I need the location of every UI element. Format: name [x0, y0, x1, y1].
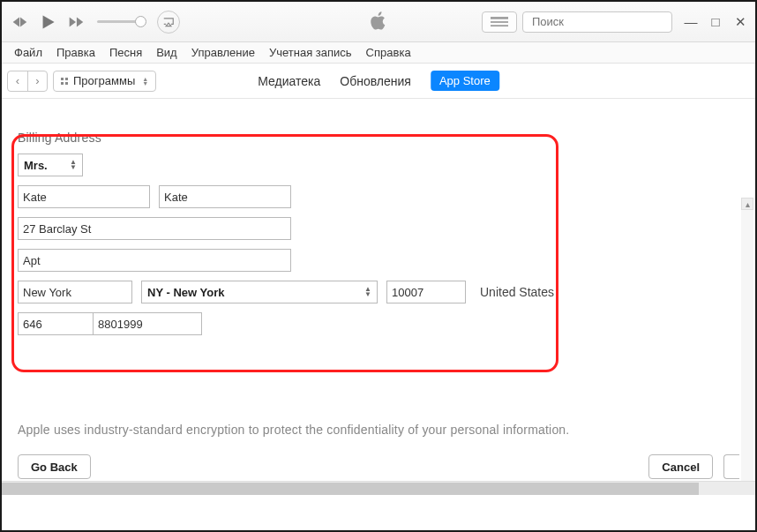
- street-field[interactable]: [18, 217, 291, 240]
- menu-edit[interactable]: Правка: [49, 44, 102, 61]
- apps-grid-icon: [61, 78, 68, 85]
- up-next-button[interactable]: [482, 11, 517, 33]
- salutation-value: Mrs.: [24, 159, 48, 172]
- footer-buttons: Go Back Cancel: [2, 454, 755, 479]
- chevron-updown-icon: ▲▼: [70, 160, 77, 170]
- first-name-input[interactable]: [23, 191, 145, 204]
- right-tools: — □ ✕: [482, 11, 750, 33]
- chevron-updown-icon: ▲▼: [142, 77, 148, 86]
- menu-account[interactable]: Учетная запись: [262, 44, 359, 61]
- tab-app-store[interactable]: App Store: [431, 71, 499, 91]
- street-input[interactable]: [23, 222, 286, 236]
- tab-updates[interactable]: Обновления: [340, 74, 411, 88]
- nav-forward-button[interactable]: ›: [27, 71, 47, 91]
- toolbar: ‹ › Программы ▲▼ Медиатека Обновления Ap…: [2, 64, 755, 99]
- tabs: Медиатека Обновления App Store: [258, 71, 499, 91]
- area-code-input[interactable]: [23, 318, 88, 331]
- zip-input[interactable]: [392, 286, 461, 299]
- menu-view[interactable]: Вид: [149, 44, 184, 61]
- country-label: United States: [480, 285, 554, 299]
- volume-slider[interactable]: [97, 20, 145, 23]
- hscroll-thumb[interactable]: [2, 483, 699, 495]
- menu-help[interactable]: Справка: [359, 44, 418, 61]
- zip-field[interactable]: [386, 281, 466, 303]
- go-back-button[interactable]: Go Back: [18, 454, 91, 479]
- billing-form: Billing Address Mrs. ▲▼ NY - N: [11, 118, 746, 355]
- search-input[interactable]: [532, 15, 680, 28]
- horizontal-scrollbar[interactable]: [2, 481, 755, 495]
- play-button[interactable]: [35, 10, 60, 34]
- maximize-button[interactable]: □: [708, 14, 723, 30]
- itunes-window: — □ ✕ Файл Правка Песня Вид Управление У…: [0, 0, 757, 532]
- apple-logo-icon: [367, 9, 390, 34]
- menu-song[interactable]: Песня: [102, 44, 149, 61]
- window-controls: — □ ✕: [683, 14, 750, 30]
- svg-rect-0: [491, 17, 508, 19]
- titlebar: — □ ✕: [2, 2, 755, 42]
- svg-rect-1: [491, 21, 508, 23]
- chevron-updown-icon: ▲▼: [364, 287, 371, 297]
- last-name-input[interactable]: [164, 191, 286, 204]
- menubar: Файл Правка Песня Вид Управление Учетная…: [2, 42, 755, 64]
- close-button[interactable]: ✕: [732, 14, 748, 30]
- forward-button[interactable]: [64, 10, 88, 34]
- search-box[interactable]: [522, 11, 672, 33]
- next-button-partial[interactable]: [723, 454, 739, 479]
- state-value: NY - New York: [147, 286, 224, 299]
- category-select[interactable]: Программы ▲▼: [53, 71, 156, 92]
- apt-field[interactable]: [18, 249, 291, 272]
- first-name-field[interactable]: [18, 185, 150, 208]
- minimize-button[interactable]: —: [683, 14, 699, 30]
- nav-back-button[interactable]: ‹: [8, 71, 27, 91]
- tab-library[interactable]: Медиатека: [258, 74, 320, 88]
- city-field[interactable]: [18, 281, 132, 303]
- bottom-strip: [2, 495, 755, 516]
- scroll-up-icon[interactable]: ▴: [741, 198, 753, 210]
- area-code-field[interactable]: [18, 312, 93, 335]
- phone-field[interactable]: [93, 312, 202, 335]
- category-label: Программы: [73, 74, 135, 87]
- state-select[interactable]: NY - New York ▲▼: [141, 281, 378, 303]
- phone-input[interactable]: [98, 318, 197, 331]
- airplay-button[interactable]: [157, 11, 180, 34]
- salutation-select[interactable]: Mrs. ▲▼: [18, 154, 83, 176]
- apt-input[interactable]: [23, 254, 286, 267]
- city-input[interactable]: [23, 286, 127, 299]
- last-name-field[interactable]: [159, 185, 291, 208]
- volume-knob[interactable]: [135, 16, 146, 27]
- menu-file[interactable]: Файл: [7, 44, 49, 61]
- billing-title: Billing Address: [18, 131, 739, 145]
- menu-controls[interactable]: Управление: [184, 44, 262, 61]
- rewind-button[interactable]: [7, 10, 32, 34]
- media-controls: [7, 10, 180, 34]
- nav-buttons: ‹ ›: [7, 71, 48, 92]
- privacy-text: Apple uses industry-standard encryption …: [18, 423, 569, 437]
- cancel-button[interactable]: Cancel: [648, 454, 713, 479]
- svg-rect-2: [491, 25, 508, 26]
- content-area: ▴ ▾ Billing Address Mrs. ▲▼: [2, 99, 755, 516]
